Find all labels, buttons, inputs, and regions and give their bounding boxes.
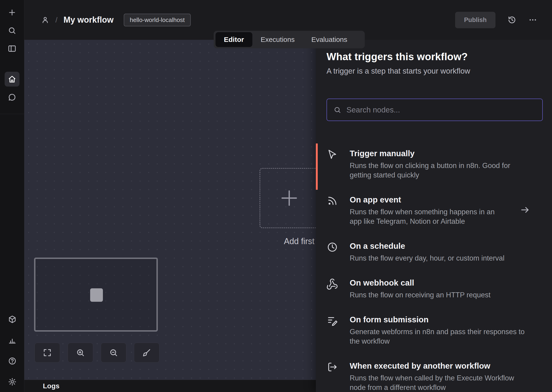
package-icon: [8, 315, 17, 324]
tidy-up-button[interactable]: [134, 343, 160, 363]
fit-view-button[interactable]: [35, 343, 60, 363]
trigger-picker-panel: What triggers this workflow? A trigger i…: [316, 40, 552, 392]
tab-evaluations[interactable]: Evaluations: [303, 32, 356, 47]
zoom-in-icon: [76, 348, 85, 357]
tidy-up-icon: [142, 348, 151, 357]
gear-icon: [8, 378, 17, 386]
sidebar-item-settings[interactable]: [5, 374, 20, 389]
search-icon: [334, 106, 341, 114]
trigger-item-title: On webhook call: [350, 278, 491, 288]
trigger-item-description: Runs the flow when called by the Execute…: [350, 373, 528, 392]
toggle-sidebar-button[interactable]: [5, 41, 20, 56]
trigger-item-title: On a schedule: [350, 241, 504, 251]
fit-view-icon: [43, 348, 52, 357]
view-tabs: Editor Executions Evaluations: [214, 31, 365, 48]
sidebar: [0, 0, 24, 392]
sidebar-item-insights[interactable]: [5, 333, 20, 348]
workflow-tag[interactable]: hello-world-localhost: [124, 14, 191, 26]
bar-chart-icon: [8, 336, 17, 344]
breadcrumb-separator: /: [55, 16, 58, 24]
cursor-icon: [327, 148, 341, 180]
sidebar-item-chat[interactable]: [5, 90, 20, 105]
clock-icon: [327, 241, 341, 263]
home-icon: [8, 75, 16, 84]
history-button[interactable]: [508, 15, 516, 24]
trigger-item-title: On app event: [350, 195, 503, 205]
trigger-item-webhook[interactable]: On webhook call Runs the flow on receivi…: [327, 278, 543, 300]
n8n-workflow-editor: { "header": { "title": "My workflow", "b…: [0, 0, 552, 392]
webhook-icon: [327, 278, 341, 300]
trigger-item-form[interactable]: On form submission Generate webforms in …: [327, 315, 543, 346]
history-icon: [508, 15, 516, 24]
active-item-indicator: [316, 143, 318, 190]
app-event-icon: [327, 195, 341, 226]
help-icon: [8, 357, 17, 365]
add-first-step-button[interactable]: [260, 168, 319, 228]
zoom-in-button[interactable]: [68, 343, 93, 363]
zoom-out-button[interactable]: [101, 343, 126, 363]
plus-icon: [8, 8, 16, 17]
minimap-viewport[interactable]: [90, 288, 103, 302]
trigger-item-description: Runs the flow every day, hour, or custom…: [350, 253, 504, 263]
user-icon: [41, 16, 49, 24]
panel-title: What triggers this workflow?: [327, 51, 543, 63]
node-search-box: [327, 98, 543, 121]
tab-editor[interactable]: Editor: [216, 32, 252, 47]
trigger-item-title: On form submission: [350, 315, 528, 325]
panel-subtitle: A trigger is a step that starts your wor…: [327, 67, 543, 76]
trigger-item-description: Generate webforms in n8n and pass their …: [350, 327, 528, 346]
sidebar-search-button[interactable]: [5, 23, 20, 38]
trigger-list: Trigger manually Runs the flow on clicki…: [327, 148, 543, 392]
submenu-arrow-icon: [520, 205, 530, 216]
new-workflow-button[interactable]: [5, 5, 20, 20]
trigger-item-manual[interactable]: Trigger manually Runs the flow on clicki…: [327, 148, 543, 180]
ellipsis-icon: [528, 15, 537, 24]
sidebar-item-help[interactable]: [5, 354, 20, 368]
subworkflow-icon: [327, 361, 341, 392]
trigger-item-title: Trigger manually: [350, 148, 528, 159]
trigger-item-description: Runs the flow on receiving an HTTP reque…: [350, 290, 491, 300]
workflow-title[interactable]: My workflow: [64, 15, 114, 25]
trigger-item-subworkflow[interactable]: When executed by another workflow Runs t…: [327, 361, 543, 392]
trigger-item-app-event[interactable]: On app event Runs the flow when somethin…: [327, 195, 543, 226]
chat-icon: [8, 93, 16, 102]
logs-label: Logs: [43, 382, 59, 390]
tab-executions[interactable]: Executions: [252, 32, 303, 47]
more-options-button[interactable]: [528, 15, 537, 24]
minimap[interactable]: [34, 258, 158, 332]
plus-icon: [279, 188, 300, 209]
node-search-input[interactable]: [346, 105, 542, 114]
canvas-toolbar: [35, 343, 160, 363]
search-icon: [8, 26, 16, 35]
panel-toggle-icon: [8, 44, 16, 53]
trigger-item-description: Runs the flow when something happens in …: [350, 207, 503, 226]
trigger-item-schedule[interactable]: On a schedule Runs the flow every day, h…: [327, 241, 543, 263]
trigger-item-description: Runs the flow on clicking a button in n8…: [350, 161, 528, 180]
zoom-out-icon: [109, 348, 118, 357]
sidebar-divider: [0, 114, 24, 114]
sidebar-item-home[interactable]: [5, 72, 20, 87]
trigger-item-title: When executed by another workflow: [350, 361, 528, 371]
form-icon: [327, 315, 341, 346]
publish-button[interactable]: Publish: [455, 12, 495, 28]
sidebar-item-templates[interactable]: [5, 312, 20, 327]
